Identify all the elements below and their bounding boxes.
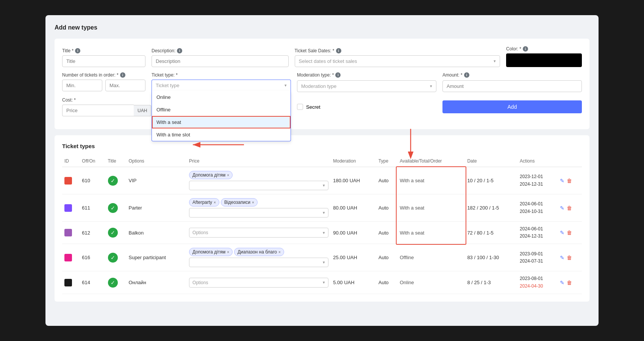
color-dot-1	[64, 204, 72, 212]
toggle-3[interactable]: ✓	[108, 253, 118, 263]
toggle-2[interactable]: ✓	[108, 228, 118, 238]
cell-id-4: 614	[80, 271, 105, 294]
option-chip: Відеозаписи ×	[221, 198, 258, 206]
col-header-available: Available/Total/Order	[397, 155, 465, 167]
cell-actions-4: ✎ 🗑	[558, 271, 582, 294]
title-info-icon: i	[75, 48, 80, 53]
cell-date-4: 2023-08-01 2024-04-30	[517, 271, 558, 294]
edit-icon-4[interactable]: ✎	[560, 280, 564, 286]
table-row: 610 ✓ VIPДопомога дітям ×▾180.00 UAHAuto…	[62, 167, 582, 194]
chip-remove-icon[interactable]: ×	[278, 250, 281, 254]
table-section: Ticket types ID Off/On Title Options	[55, 135, 589, 302]
col-header-actions: Actions	[517, 155, 558, 167]
number-of-tickets-label: Number of tickets in order: * i	[62, 72, 145, 78]
delete-icon-4[interactable]: 🗑	[567, 280, 572, 286]
moderation-info-icon: i	[335, 72, 341, 78]
cell-toggle-4[interactable]: ✓	[106, 271, 127, 294]
ticket-sale-dates-info-icon: i	[336, 48, 341, 53]
cell-id-3: 616	[80, 244, 105, 271]
moderation-type-group: Moderation type: * i Moderation type ▾	[297, 72, 436, 92]
cell-id-1: 611	[80, 194, 105, 222]
cell-color-1	[62, 194, 80, 222]
ticket-type-dropdown: Online Offline With a seat With a time s…	[152, 91, 291, 141]
cell-moderation-2: Auto	[376, 222, 397, 244]
chip-remove-icon[interactable]: ×	[227, 250, 229, 254]
cell-toggle-1[interactable]: ✓	[106, 194, 127, 222]
delete-icon-1[interactable]: 🗑	[567, 205, 572, 211]
options-arrow-icon: ▾	[323, 183, 325, 188]
col-header-offon: Off/On	[80, 155, 105, 167]
number-of-tickets-group: Number of tickets in order: * i	[62, 72, 145, 91]
cell-title-0: VIP	[126, 167, 187, 194]
section-title: Add new types	[55, 24, 589, 31]
cell-color-2	[62, 222, 80, 244]
description-info-icon: i	[177, 48, 182, 53]
options-arrow-icon: ▾	[323, 260, 325, 265]
price-input[interactable]	[62, 105, 134, 116]
option-chip: Допомога дітям ×	[189, 171, 233, 179]
cell-toggle-0[interactable]: ✓	[106, 167, 127, 194]
options-select-2[interactable]: Options▾	[189, 228, 328, 238]
ticket-sale-dates-select[interactable]: Select dates of ticket sales ▾	[295, 55, 500, 67]
cell-title-3: Super participant	[126, 244, 187, 271]
cell-type-3: Offline	[397, 244, 465, 271]
add-button[interactable]: Add	[442, 100, 582, 113]
form-row-1: Title * i Description: i Ticket Sale Dat…	[62, 46, 582, 67]
options-select-0[interactable]: ▾	[189, 181, 328, 190]
amount-input[interactable]	[442, 80, 582, 92]
chip-remove-icon[interactable]: ×	[227, 173, 229, 177]
options-select-3[interactable]: ▾	[189, 258, 328, 267]
min-max-row	[62, 80, 145, 91]
table-row: 616 ✓ Super participantДопомога дітям ×Д…	[62, 244, 582, 271]
max-input[interactable]	[105, 80, 145, 91]
options-select-1[interactable]: ▾	[189, 208, 328, 217]
title-input[interactable]	[62, 55, 145, 67]
description-input[interactable]	[152, 55, 289, 67]
cell-actions-1: ✎ 🗑	[558, 194, 582, 222]
description-group: Description: i	[152, 48, 289, 67]
ticket-type-select[interactable]: Ticket type ▾	[152, 80, 291, 91]
color-info-icon: i	[523, 46, 528, 52]
cell-type-4: Online	[397, 271, 465, 294]
table-body: 610 ✓ VIPДопомога дітям ×▾180.00 UAHAuto…	[62, 167, 582, 294]
col-header-title: Title	[106, 155, 127, 167]
dropdown-online[interactable]: Online	[152, 91, 291, 103]
cell-moderation-4: Auto	[376, 271, 397, 294]
options-arrow-icon: ▾	[323, 210, 325, 215]
delete-icon-3[interactable]: 🗑	[567, 255, 572, 261]
color-picker[interactable]	[506, 53, 582, 67]
col-header-date: Date	[465, 155, 517, 167]
edit-icon-1[interactable]: ✎	[560, 205, 564, 211]
delete-icon-2[interactable]: 🗑	[567, 230, 572, 236]
options-select-4[interactable]: Options▾	[189, 278, 328, 288]
delete-icon-0[interactable]: 🗑	[567, 178, 572, 184]
color-label: Color: * i	[506, 46, 582, 52]
cell-toggle-3[interactable]: ✓	[106, 244, 127, 271]
min-input[interactable]	[62, 80, 102, 91]
secret-checkbox[interactable]	[297, 104, 303, 110]
toggle-1[interactable]: ✓	[108, 203, 118, 213]
cell-type-0: With a seat	[397, 167, 465, 194]
dropdown-with-a-time-slot[interactable]: With a time slot	[152, 128, 291, 141]
toggle-0[interactable]: ✓	[108, 176, 118, 186]
cell-options-4: Options▾	[187, 271, 331, 294]
table-row: 611 ✓ ParterAfterparty ×Відеозаписи ×▾80…	[62, 194, 582, 222]
number-tickets-info-icon: i	[120, 72, 125, 78]
edit-icon-2[interactable]: ✎	[560, 230, 564, 236]
chip-remove-icon[interactable]: ×	[214, 200, 216, 205]
moderation-type-select[interactable]: Moderation type ▾	[297, 80, 436, 92]
cell-available-1: 182 / 200 / 1-5	[465, 194, 517, 222]
cell-actions-3: ✎ 🗑	[558, 244, 582, 271]
cell-toggle-2[interactable]: ✓	[106, 222, 127, 244]
cell-title-2: Balkon	[126, 222, 187, 244]
dropdown-with-a-seat[interactable]: With a seat	[152, 116, 291, 128]
cell-available-4: 8 / 25 / 1-3	[465, 271, 517, 294]
ticket-types-table: ID Off/On Title Options Price Moderation…	[62, 155, 582, 294]
edit-icon-0[interactable]: ✎	[560, 178, 564, 184]
form-row-2: Number of tickets in order: * i Ticket t…	[62, 72, 582, 92]
edit-icon-3[interactable]: ✎	[560, 255, 564, 261]
page-container: Add new types Title * i Description: i	[45, 15, 599, 326]
chip-remove-icon[interactable]: ×	[252, 200, 254, 205]
toggle-4[interactable]: ✓	[108, 278, 118, 288]
dropdown-offline[interactable]: Offline	[152, 103, 291, 116]
